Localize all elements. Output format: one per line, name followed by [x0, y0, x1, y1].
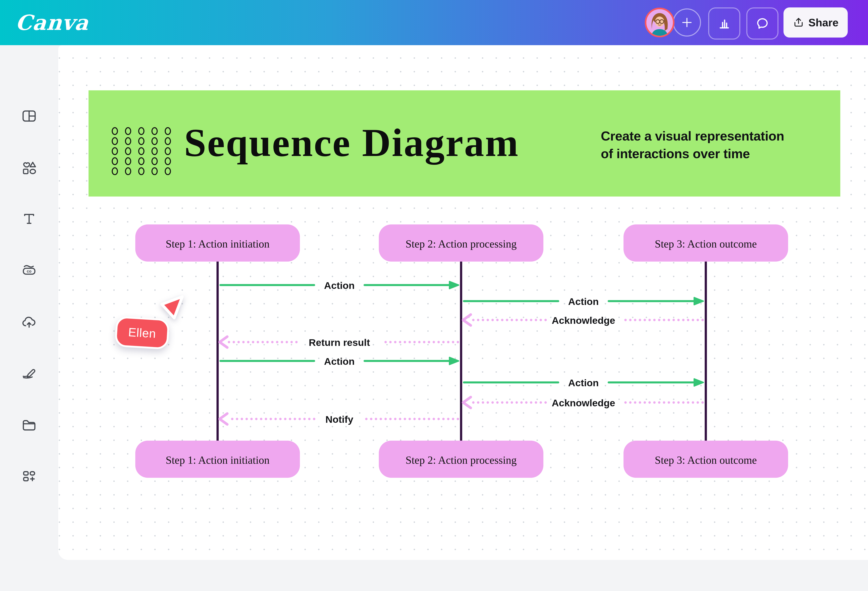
actor-label[interactable]: Step 2: Action processing: [406, 454, 517, 466]
share-label: Share: [808, 16, 838, 29]
collaborator-avatar[interactable]: [645, 7, 675, 37]
actor-label[interactable]: Step 3: Action outcome: [655, 454, 757, 466]
actor-label[interactable]: Step 1: Action initiation: [165, 238, 269, 250]
avatar-image: [647, 9, 673, 36]
sidebar-item-uploads[interactable]: [18, 310, 40, 332]
message-label[interactable]: Acknowledge: [552, 397, 615, 408]
message-arrow[interactable]: Action: [220, 280, 459, 291]
apps-icon: [21, 468, 37, 485]
collaborator-name-pill: Ellen: [115, 316, 170, 350]
sidebar-item-draw[interactable]: [18, 362, 40, 384]
comment-icon: [754, 15, 771, 31]
cursor-pointer-icon: [159, 295, 186, 321]
bar-chart-icon: [716, 15, 732, 31]
svg-text:co: co: [27, 269, 31, 273]
collaborator-name: Ellen: [128, 325, 156, 340]
sequence-diagram[interactable]: ActionActionAcknowledgeReturn resultActi…: [0, 0, 868, 591]
sidebar-item-design[interactable]: [18, 105, 40, 127]
brand-icon: co: [21, 262, 37, 278]
message-label[interactable]: Acknowledge: [552, 315, 615, 326]
message-arrow[interactable]: Action: [464, 296, 703, 307]
message-label[interactable]: Action: [568, 296, 599, 307]
message-arrow[interactable]: Notify: [220, 414, 458, 425]
upload-icon: [793, 17, 805, 28]
message-arrow[interactable]: Action: [220, 356, 459, 367]
message-arrow[interactable]: Action: [464, 377, 703, 388]
bottom-bar: 50%: [0, 560, 868, 591]
message-label[interactable]: Notify: [325, 414, 353, 425]
canva-editor: Sequence Diagram Create a visual represe…: [0, 0, 868, 591]
message-label[interactable]: Return result: [309, 337, 370, 348]
top-bar: Canva: [0, 0, 868, 45]
sidebar-item-projects[interactable]: [18, 414, 40, 436]
insights-button[interactable]: [708, 7, 740, 40]
message-label[interactable]: Action: [324, 356, 354, 367]
projects-icon: [21, 417, 37, 433]
actor-label[interactable]: Step 3: Action outcome: [655, 238, 757, 250]
elements-icon: [21, 160, 37, 176]
sidebar-item-text[interactable]: [18, 208, 40, 230]
share-button[interactable]: Share: [784, 7, 848, 37]
comments-button[interactable]: [746, 7, 778, 40]
canva-logo[interactable]: Canva: [14, 0, 90, 45]
message-label[interactable]: Action: [324, 280, 354, 291]
sidebar-item-brand[interactable]: co: [18, 259, 40, 281]
text-icon: [21, 211, 37, 227]
message-arrow[interactable]: Acknowledge: [463, 397, 703, 408]
actor-label[interactable]: Step 2: Action processing: [406, 238, 517, 250]
message-arrow[interactable]: Acknowledge: [463, 315, 703, 326]
plus-icon: [680, 15, 694, 30]
sidebar-item-apps[interactable]: [18, 465, 40, 488]
uploads-icon: [21, 313, 37, 329]
message-label[interactable]: Action: [568, 377, 599, 388]
design-icon: [21, 108, 37, 124]
draw-icon: [21, 365, 37, 381]
actor-label[interactable]: Step 1: Action initiation: [165, 454, 269, 466]
message-arrow[interactable]: Return result: [220, 337, 458, 348]
sidebar-item-elements[interactable]: [18, 157, 40, 179]
sidebar: co: [0, 45, 58, 591]
add-collaborator-button[interactable]: [673, 9, 701, 37]
